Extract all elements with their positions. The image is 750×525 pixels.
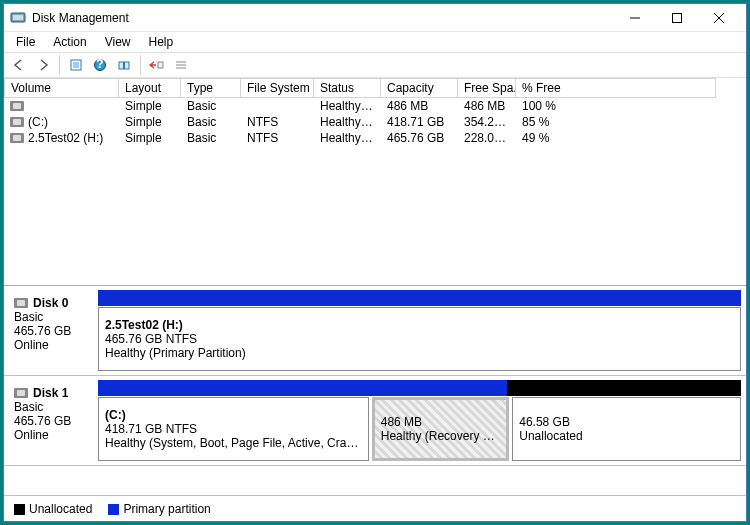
column-header[interactable]: Layout xyxy=(119,78,181,98)
partition[interactable]: (C:)418.71 GB NTFSHealthy (System, Boot,… xyxy=(98,397,369,461)
cell: 486 MB xyxy=(381,99,458,113)
legend-item: Primary partition xyxy=(108,502,210,516)
volume-row[interactable]: SimpleBasicHealthy (R...486 MB486 MB100 … xyxy=(4,98,746,114)
stripe-seg xyxy=(377,380,507,396)
action-button[interactable] xyxy=(146,54,168,76)
column-header[interactable]: Status xyxy=(314,78,381,98)
cell: Healthy (S... xyxy=(314,115,381,129)
drive-icon xyxy=(10,101,24,111)
cell: 354.26 GB xyxy=(458,115,516,129)
svg-rect-10 xyxy=(119,62,124,69)
column-header[interactable]: Free Spa... xyxy=(458,78,516,98)
cell: Basic xyxy=(181,131,241,145)
volume-header: VolumeLayoutTypeFile SystemStatusCapacit… xyxy=(4,78,746,98)
app-icon xyxy=(10,10,26,26)
cell: Simple xyxy=(119,131,181,145)
volume-row[interactable]: 2.5Test02 (H:)SimpleBasicNTFSHealthy (P.… xyxy=(4,130,746,146)
menubar: File Action View Help xyxy=(4,32,746,52)
stripe-seg xyxy=(507,380,741,396)
menu-view[interactable]: View xyxy=(97,33,139,51)
cell: NTFS xyxy=(241,115,314,129)
maximize-button[interactable] xyxy=(656,6,698,30)
menu-action[interactable]: Action xyxy=(45,33,94,51)
disk-graph-pane[interactable]: Disk 0Basic465.76 GBOnline2.5Test02 (H:)… xyxy=(4,286,746,495)
cell: Basic xyxy=(181,99,241,113)
cell: Simple xyxy=(119,99,181,113)
toolbar-sep xyxy=(140,55,141,75)
volume-row[interactable]: (C:)SimpleBasicNTFSHealthy (S...418.71 G… xyxy=(4,114,746,130)
partition[interactable]: 486 MBHealthy (Recovery Partition) xyxy=(372,397,510,461)
column-header[interactable]: % Free xyxy=(516,78,716,98)
close-button[interactable] xyxy=(698,6,740,30)
cell: 100 % xyxy=(516,99,716,113)
column-header[interactable]: Capacity xyxy=(381,78,458,98)
help-button[interactable]: ? xyxy=(89,54,111,76)
svg-rect-1 xyxy=(13,15,23,20)
cell: Healthy (P... xyxy=(314,131,381,145)
cell xyxy=(4,101,119,111)
disk-row: Disk 1Basic465.76 GBOnline(C:)418.71 GB … xyxy=(4,376,746,466)
legend: UnallocatedPrimary partition xyxy=(4,495,746,521)
back-button[interactable] xyxy=(8,54,30,76)
disk-label[interactable]: Disk 1Basic465.76 GBOnline xyxy=(4,380,98,461)
disk-icon xyxy=(14,298,28,308)
cell: 85 % xyxy=(516,115,716,129)
cell: Basic xyxy=(181,115,241,129)
cell: 228.02 GB xyxy=(458,131,516,145)
column-header[interactable]: Volume xyxy=(4,78,119,98)
settings-button[interactable] xyxy=(113,54,135,76)
menu-file[interactable]: File xyxy=(8,33,43,51)
forward-button[interactable] xyxy=(32,54,54,76)
window: Disk Management File Action View Help ? … xyxy=(3,3,747,522)
cell: 465.76 GB xyxy=(381,131,458,145)
stripe-seg xyxy=(98,380,377,396)
drive-icon xyxy=(10,133,24,143)
svg-rect-12 xyxy=(158,62,163,68)
toolbar: ? xyxy=(4,52,746,78)
refresh-button[interactable] xyxy=(65,54,87,76)
toolbar-sep xyxy=(59,55,60,75)
titlebar[interactable]: Disk Management xyxy=(4,4,746,32)
partition[interactable]: 46.58 GBUnallocated xyxy=(512,397,741,461)
legend-item: Unallocated xyxy=(14,502,92,516)
list-button[interactable] xyxy=(170,54,192,76)
cell: 486 MB xyxy=(458,99,516,113)
svg-text:?: ? xyxy=(96,58,103,71)
window-title: Disk Management xyxy=(32,11,614,25)
minimize-button[interactable] xyxy=(614,6,656,30)
svg-rect-7 xyxy=(73,62,79,68)
svg-rect-11 xyxy=(125,62,130,69)
disk-label[interactable]: Disk 0Basic465.76 GBOnline xyxy=(4,290,98,371)
cell: 418.71 GB xyxy=(381,115,458,129)
cell: (C:) xyxy=(4,115,119,129)
cell: NTFS xyxy=(241,131,314,145)
cell: 49 % xyxy=(516,131,716,145)
volume-list[interactable]: VolumeLayoutTypeFile SystemStatusCapacit… xyxy=(4,78,746,286)
drive-icon xyxy=(10,117,24,127)
partition[interactable]: 2.5Test02 (H:)465.76 GB NTFSHealthy (Pri… xyxy=(98,307,741,371)
column-header[interactable]: File System xyxy=(241,78,314,98)
cell: Healthy (R... xyxy=(314,99,381,113)
column-header[interactable]: Type xyxy=(181,78,241,98)
stripe-seg xyxy=(98,290,741,306)
disk-row: Disk 0Basic465.76 GBOnline2.5Test02 (H:)… xyxy=(4,286,746,376)
disk-icon xyxy=(14,388,28,398)
cell: 2.5Test02 (H:) xyxy=(4,131,119,145)
svg-rect-3 xyxy=(673,13,682,22)
menu-help[interactable]: Help xyxy=(141,33,182,51)
cell: Simple xyxy=(119,115,181,129)
